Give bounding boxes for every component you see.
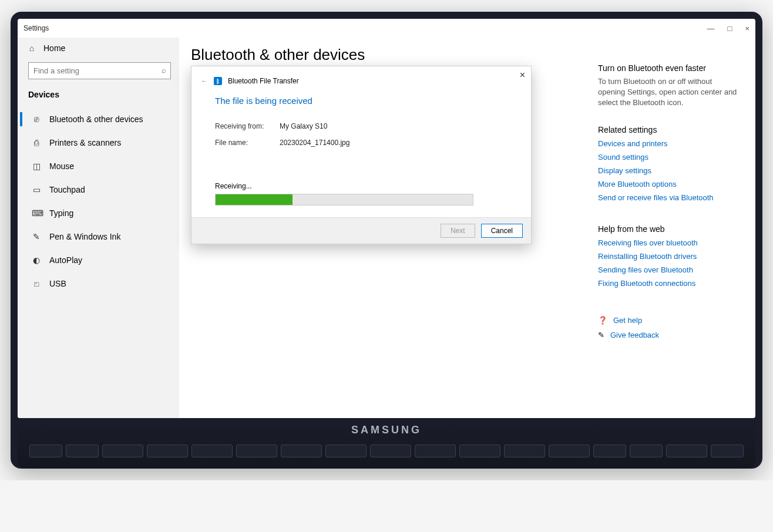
keyboard-row xyxy=(29,445,744,457)
progress-fill xyxy=(216,194,293,205)
sidebar-item-pen[interactable]: ✎ Pen & Windows Ink xyxy=(20,225,179,248)
progress-label: Receiving... xyxy=(215,182,508,190)
close-button[interactable]: × xyxy=(745,24,750,33)
window-title: Settings xyxy=(23,24,49,32)
maximize-button[interactable]: □ xyxy=(728,24,732,33)
link-display-settings[interactable]: Display settings xyxy=(598,166,740,175)
key xyxy=(147,445,188,457)
main-area: Bluetooth & other devices × ← ᛒ Bluetoot… xyxy=(179,38,755,418)
key xyxy=(593,445,626,457)
receiving-from-value: My Galaxy S10 xyxy=(280,122,327,130)
receiving-from-row: Receiving from: My Galaxy S10 xyxy=(215,122,508,130)
sidebar-item-autoplay[interactable]: ◐ AutoPlay xyxy=(20,248,179,272)
key xyxy=(325,445,367,457)
sidebar-item-bluetooth[interactable]: ⎚ Bluetooth & other devices xyxy=(20,107,179,131)
mouse-icon: ◫ xyxy=(32,161,41,171)
tip-heading: Turn on Bluetooth even faster xyxy=(598,63,740,73)
window-controls: — □ × xyxy=(707,24,750,33)
app-body: ⌂ Home ⌕ Devices ⎚ Bluetooth & other dev… xyxy=(18,38,755,418)
sidebar-item-label: Touchpad xyxy=(49,185,85,194)
file-name-label: File name: xyxy=(215,139,280,147)
progress-area: Receiving... xyxy=(215,182,508,206)
get-help-row[interactable]: ❓ Get help xyxy=(598,316,740,325)
key xyxy=(236,445,277,457)
link-receive-files[interactable]: Receiving files over bluetooth xyxy=(598,238,740,247)
dialog-footer: Next Cancel xyxy=(191,217,531,244)
right-pane: Turn on Bluetooth even faster To turn Bl… xyxy=(591,41,744,412)
key xyxy=(459,445,500,457)
key xyxy=(66,445,99,457)
receiving-from-label: Receiving from: xyxy=(215,122,280,130)
feedback-link[interactable]: Give feedback xyxy=(610,331,659,339)
dialog-header-title: Bluetooth File Transfer xyxy=(228,77,299,85)
link-send-files[interactable]: Sending files over Bluetooth xyxy=(598,265,740,274)
related-heading: Related settings xyxy=(598,125,740,134)
keyboard-icon: ⌨ xyxy=(32,208,41,218)
laptop-deck: SAMSUNG xyxy=(18,422,755,469)
sidebar-heading: Devices xyxy=(20,86,179,107)
sidebar-item-usb[interactable]: ⏍ USB xyxy=(20,272,179,295)
key xyxy=(191,445,233,457)
key xyxy=(281,445,322,457)
link-reinstall-drivers[interactable]: Reinstalling Bluetooth drivers xyxy=(598,252,740,261)
dialog-body: The file is being received Receiving fro… xyxy=(191,90,531,217)
feedback-row[interactable]: ✎ Give feedback xyxy=(598,331,740,339)
key xyxy=(29,445,62,457)
file-name-row: File name: 20230204_171400.jpg xyxy=(215,139,508,147)
sidebar-item-label: AutoPlay xyxy=(49,255,82,265)
content-area: Bluetooth & other devices × ← ᛒ Bluetoot… xyxy=(191,41,591,412)
touchpad-icon: ▭ xyxy=(32,185,41,194)
key xyxy=(102,445,143,457)
file-name-value: 20230204_171400.jpg xyxy=(280,139,349,147)
bluetooth-badge-icon: ᛒ xyxy=(214,77,222,85)
bluetooth-icon: ⎚ xyxy=(32,115,41,124)
link-devices-printers[interactable]: Devices and printers xyxy=(598,139,740,148)
key xyxy=(370,445,411,457)
get-help-link[interactable]: Get help xyxy=(613,316,642,325)
sidebar-item-label: Pen & Windows Ink xyxy=(49,232,120,241)
key xyxy=(504,445,545,457)
search-icon: ⌕ xyxy=(162,66,166,75)
autoplay-icon: ◐ xyxy=(32,255,41,265)
sidebar-item-touchpad[interactable]: ▭ Touchpad xyxy=(20,178,179,201)
key xyxy=(630,445,663,457)
laptop-brand: SAMSUNG xyxy=(351,424,422,436)
search-input[interactable] xyxy=(28,62,171,79)
laptop-frame: Settings — □ × ⌂ Home ⌕ Devices ⎚ xyxy=(11,12,762,469)
key xyxy=(549,445,590,457)
help-icon: ❓ xyxy=(598,316,607,325)
sidebar-home[interactable]: ⌂ Home xyxy=(20,38,179,59)
back-arrow-icon[interactable]: ← xyxy=(201,77,208,85)
sidebar-item-printers[interactable]: ⎙ Printers & scanners xyxy=(20,131,179,154)
dialog-close-button[interactable]: × xyxy=(520,70,525,80)
key xyxy=(415,445,456,457)
home-icon: ⌂ xyxy=(27,43,36,53)
feedback-icon: ✎ xyxy=(598,331,604,339)
sidebar-item-label: Printers & scanners xyxy=(49,138,121,147)
progress-bar xyxy=(215,194,473,206)
cancel-button[interactable]: Cancel xyxy=(481,224,523,238)
link-sound-settings[interactable]: Sound settings xyxy=(598,153,740,161)
help-heading: Help from the web xyxy=(598,224,740,234)
usb-icon: ⏍ xyxy=(32,279,41,288)
link-more-bt-options[interactable]: More Bluetooth options xyxy=(598,180,740,188)
sidebar-item-label: Typing xyxy=(49,208,73,218)
next-button: Next xyxy=(441,224,475,238)
link-fix-connections[interactable]: Fixing Bluetooth connections xyxy=(598,279,740,288)
dialog-header: ← ᛒ Bluetooth File Transfer xyxy=(191,66,531,90)
sidebar-item-typing[interactable]: ⌨ Typing xyxy=(20,201,179,225)
link-send-receive-bt[interactable]: Send or receive files via Bluetooth xyxy=(598,193,740,202)
sidebar-item-label: Bluetooth & other devices xyxy=(49,115,143,124)
search-box: ⌕ xyxy=(28,62,171,79)
printer-icon: ⎙ xyxy=(32,138,41,147)
tip-text: To turn Bluetooth on or off without open… xyxy=(598,76,740,109)
key xyxy=(711,445,744,457)
sidebar-item-label: Mouse xyxy=(49,161,74,171)
dialog-title: The file is being received xyxy=(215,96,508,106)
sidebar-item-mouse[interactable]: ◫ Mouse xyxy=(20,154,179,178)
sidebar-item-label: USB xyxy=(49,279,66,288)
key xyxy=(666,445,707,457)
minimize-button[interactable]: — xyxy=(707,24,715,33)
page-title: Bluetooth & other devices xyxy=(191,46,591,64)
screen: Settings — □ × ⌂ Home ⌕ Devices ⎚ xyxy=(18,19,755,418)
